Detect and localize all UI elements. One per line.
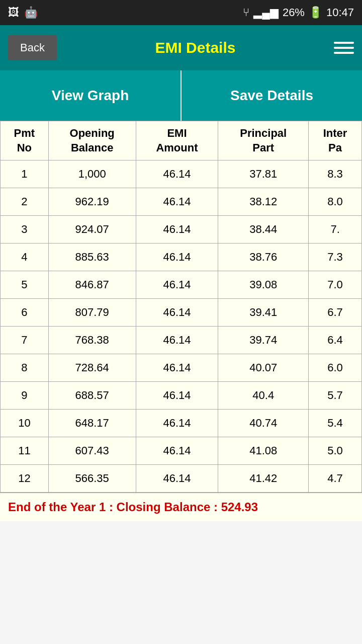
cell-opening-balance: 1,000 bbox=[48, 160, 136, 188]
cell-emi-amount: 46.14 bbox=[136, 437, 218, 465]
page-title: EMI Details bbox=[57, 39, 334, 56]
cell-opening-balance: 807.79 bbox=[48, 299, 136, 327]
cell-opening-balance: 885.63 bbox=[48, 244, 136, 271]
cell-pmt-no: 10 bbox=[1, 410, 49, 437]
cell-pmt-no: 8 bbox=[1, 354, 49, 382]
cell-pmt-no: 12 bbox=[1, 465, 49, 493]
col-header-pmt-no: PmtNo bbox=[1, 121, 49, 160]
year-end-banner: End of the Year 1 : Closing Balance : 52… bbox=[0, 493, 362, 521]
action-buttons-row: View Graph Save Details bbox=[0, 70, 362, 121]
cell-emi-amount: 46.14 bbox=[136, 410, 218, 437]
cell-principal-part: 37.81 bbox=[218, 160, 309, 188]
cell-interest-part: 6.7 bbox=[309, 299, 362, 327]
usb-icon: ⑂ bbox=[243, 6, 249, 19]
table-row: 6 807.79 46.14 39.41 6.7 bbox=[1, 299, 362, 327]
cell-interest-part: 7. bbox=[309, 216, 362, 244]
menu-button[interactable] bbox=[334, 42, 354, 54]
cell-opening-balance: 607.43 bbox=[48, 437, 136, 465]
cell-principal-part: 41.08 bbox=[218, 437, 309, 465]
cell-pmt-no: 5 bbox=[1, 271, 49, 299]
col-header-opening-balance: OpeningBalance bbox=[48, 121, 136, 160]
cell-principal-part: 40.74 bbox=[218, 410, 309, 437]
table-row: 7 768.38 46.14 39.74 6.4 bbox=[1, 327, 362, 354]
cell-principal-part: 38.12 bbox=[218, 188, 309, 216]
status-bar: 🖼 🤖 ⑂ ▂▄▆ 26% 🔋 10:47 bbox=[0, 0, 362, 25]
cell-interest-part: 4.7 bbox=[309, 465, 362, 493]
cell-interest-part: 7.3 bbox=[309, 244, 362, 271]
save-details-button[interactable]: Save Details bbox=[182, 70, 362, 121]
table-row: 4 885.63 46.14 38.76 7.3 bbox=[1, 244, 362, 271]
cell-opening-balance: 924.07 bbox=[48, 216, 136, 244]
view-graph-button[interactable]: View Graph bbox=[0, 70, 182, 121]
table-row: 3 924.07 46.14 38.44 7. bbox=[1, 216, 362, 244]
emi-table: PmtNo OpeningBalance EMIAmount Principal… bbox=[0, 121, 362, 493]
table-row: 8 728.64 46.14 40.07 6.0 bbox=[1, 354, 362, 382]
cell-emi-amount: 46.14 bbox=[136, 216, 218, 244]
cell-emi-amount: 46.14 bbox=[136, 327, 218, 354]
cell-interest-part: 5.7 bbox=[309, 382, 362, 410]
cell-interest-part: 6.4 bbox=[309, 327, 362, 354]
cell-principal-part: 39.41 bbox=[218, 299, 309, 327]
col-header-interest-part: InterPa bbox=[309, 121, 362, 160]
cell-principal-part: 39.74 bbox=[218, 327, 309, 354]
cell-emi-amount: 46.14 bbox=[136, 188, 218, 216]
cell-principal-part: 41.42 bbox=[218, 465, 309, 493]
table-row: 11 607.43 46.14 41.08 5.0 bbox=[1, 437, 362, 465]
cell-emi-amount: 46.14 bbox=[136, 354, 218, 382]
cell-principal-part: 38.44 bbox=[218, 216, 309, 244]
status-right-info: ⑂ ▂▄▆ 26% 🔋 10:47 bbox=[243, 6, 354, 19]
cell-emi-amount: 46.14 bbox=[136, 244, 218, 271]
cell-interest-part: 8.0 bbox=[309, 188, 362, 216]
cell-principal-part: 38.76 bbox=[218, 244, 309, 271]
cell-pmt-no: 6 bbox=[1, 299, 49, 327]
back-button[interactable]: Back bbox=[8, 35, 57, 60]
cell-opening-balance: 768.38 bbox=[48, 327, 136, 354]
menu-line-1 bbox=[334, 42, 354, 44]
table-header-row: PmtNo OpeningBalance EMIAmount Principal… bbox=[1, 121, 362, 160]
battery-icon: 🔋 bbox=[309, 6, 322, 19]
table-body: 1 1,000 46.14 37.81 8.3 2 962.19 46.14 3… bbox=[1, 160, 362, 493]
cell-pmt-no: 4 bbox=[1, 244, 49, 271]
signal-icon: ▂▄▆ bbox=[253, 6, 279, 19]
menu-line-2 bbox=[334, 47, 354, 49]
cell-pmt-no: 11 bbox=[1, 437, 49, 465]
table-row: 5 846.87 46.14 39.08 7.0 bbox=[1, 271, 362, 299]
cell-pmt-no: 7 bbox=[1, 327, 49, 354]
cell-opening-balance: 688.57 bbox=[48, 382, 136, 410]
cell-pmt-no: 1 bbox=[1, 160, 49, 188]
cell-pmt-no: 9 bbox=[1, 382, 49, 410]
cell-pmt-no: 3 bbox=[1, 216, 49, 244]
cell-opening-balance: 648.17 bbox=[48, 410, 136, 437]
cell-principal-part: 39.08 bbox=[218, 271, 309, 299]
table-row: 10 648.17 46.14 40.74 5.4 bbox=[1, 410, 362, 437]
cell-principal-part: 40.4 bbox=[218, 382, 309, 410]
cell-interest-part: 5.0 bbox=[309, 437, 362, 465]
cell-emi-amount: 46.14 bbox=[136, 382, 218, 410]
cell-opening-balance: 846.87 bbox=[48, 271, 136, 299]
cell-interest-part: 7.0 bbox=[309, 271, 362, 299]
cell-principal-part: 40.07 bbox=[218, 354, 309, 382]
header: Back EMI Details bbox=[0, 25, 362, 70]
battery-level: 26% bbox=[283, 6, 305, 19]
table-row: 1 1,000 46.14 37.81 8.3 bbox=[1, 160, 362, 188]
cell-emi-amount: 46.14 bbox=[136, 271, 218, 299]
menu-line-3 bbox=[334, 52, 354, 54]
col-header-emi-amount: EMIAmount bbox=[136, 121, 218, 160]
cell-emi-amount: 46.14 bbox=[136, 465, 218, 493]
cell-opening-balance: 566.35 bbox=[48, 465, 136, 493]
cell-opening-balance: 962.19 bbox=[48, 188, 136, 216]
cell-emi-amount: 46.14 bbox=[136, 160, 218, 188]
table-row: 12 566.35 46.14 41.42 4.7 bbox=[1, 465, 362, 493]
cell-pmt-no: 2 bbox=[1, 188, 49, 216]
table-row: 9 688.57 46.14 40.4 5.7 bbox=[1, 382, 362, 410]
android-icon: 🤖 bbox=[24, 6, 38, 19]
cell-opening-balance: 728.64 bbox=[48, 354, 136, 382]
status-left-icons: 🖼 🤖 bbox=[8, 6, 38, 19]
cell-interest-part: 5.4 bbox=[309, 410, 362, 437]
table-row: 2 962.19 46.14 38.12 8.0 bbox=[1, 188, 362, 216]
cell-interest-part: 6.0 bbox=[309, 354, 362, 382]
col-header-principal-part: PrincipalPart bbox=[218, 121, 309, 160]
cell-emi-amount: 46.14 bbox=[136, 299, 218, 327]
clock: 10:47 bbox=[326, 6, 354, 19]
emi-table-container: PmtNo OpeningBalance EMIAmount Principal… bbox=[0, 121, 362, 493]
